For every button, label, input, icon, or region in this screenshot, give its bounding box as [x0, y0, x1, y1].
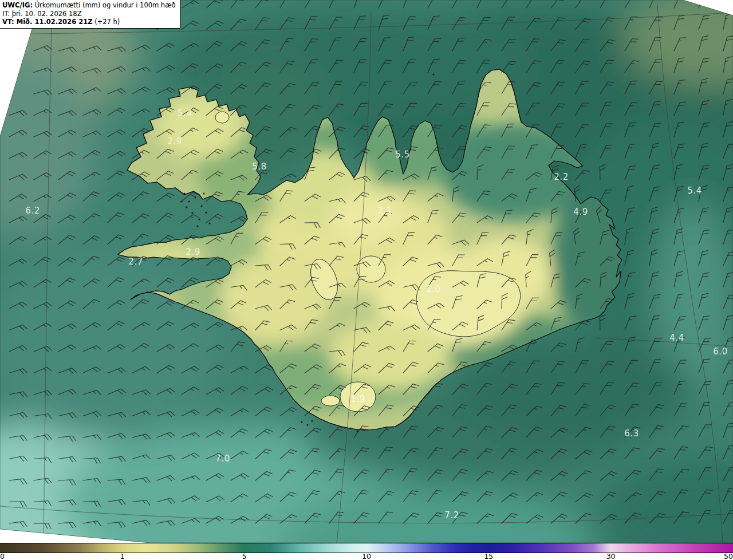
map-field-layer [0, 0, 733, 543]
colorbar-tick-label: 10 [362, 552, 371, 560]
title-box: UWC/IG: Úrkomumætti (mm) og vindur i 100… [0, 0, 180, 29]
valid-time: VT: Mið. 11.02.2026 21Z (+27 h) [2, 18, 176, 26]
weather-map: 5.42.95.85.52.12.24.95.46.22.92.71.01.94… [0, 0, 733, 543]
colorbar-tick-label: 30 [606, 552, 616, 560]
map-canvas [0, 0, 733, 543]
colorbar-tick-label: 5 [242, 552, 247, 560]
weather-map-page: { "title_box": { "product_bold": "UWC/IG… [0, 0, 733, 560]
colorbar-tick-label: 0 [0, 552, 5, 560]
colorbar-tick-label: 1 [120, 552, 124, 560]
colorbar-tick-labels: 01510153050 [0, 553, 733, 560]
init-time: IT: þri. 10. 02. 2026 18Z [2, 10, 176, 18]
colorbar-tick-label: 50 [724, 552, 733, 560]
colorbar-tick-label: 15 [484, 552, 493, 560]
product-title: UWC/IG: Úrkomumætti (mm) og vindur i 100… [2, 1, 176, 10]
